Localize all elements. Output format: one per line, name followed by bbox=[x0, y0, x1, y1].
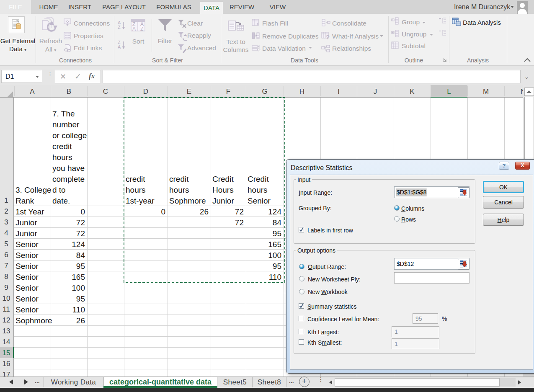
svg-text:?: ? bbox=[326, 34, 329, 40]
svg-text:Z: Z bbox=[140, 26, 143, 32]
svg-text:A: A bbox=[118, 44, 121, 49]
svg-text:A: A bbox=[132, 26, 136, 32]
svg-text:Z: Z bbox=[118, 25, 121, 30]
